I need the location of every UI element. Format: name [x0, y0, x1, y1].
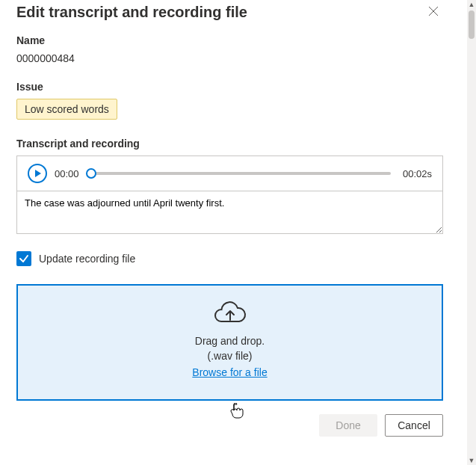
duration: 00:02s — [403, 168, 432, 179]
issue-tag: Low scored words — [16, 99, 117, 120]
vertical-scrollbar[interactable]: ▲ ▼ — [467, 0, 476, 465]
browse-file-link[interactable]: Browse for a file — [192, 366, 267, 378]
edit-transcript-dialog: Edit transcript and recording file Name … — [0, 0, 460, 450]
transcript-section-label: Transcript and recording — [16, 138, 443, 150]
dialog-footer: Done Cancel — [16, 414, 443, 437]
dialog-title: Edit transcript and recording file — [16, 4, 247, 21]
name-label: Name — [16, 34, 443, 46]
issue-label: Issue — [16, 81, 443, 93]
update-recording-row: Update recording file — [16, 251, 443, 266]
audio-player: 00:00 00:02s — [16, 155, 443, 191]
done-button[interactable]: Done — [319, 414, 377, 437]
dialog-header: Edit transcript and recording file — [16, 3, 443, 21]
update-recording-checkbox[interactable] — [16, 251, 31, 266]
scroll-down-arrow-icon[interactable]: ▼ — [467, 456, 476, 465]
file-dropzone[interactable]: Drag and drop. (.wav file) Browse for a … — [16, 284, 443, 401]
upload-cloud-icon — [25, 301, 434, 324]
seek-track[interactable] — [91, 172, 391, 175]
scrollbar-thumb[interactable] — [469, 10, 475, 39]
seek-thumb[interactable] — [86, 168, 96, 179]
dropzone-text-2: (.wav file) — [25, 350, 434, 362]
scroll-up-arrow-icon[interactable]: ▲ — [467, 0, 476, 9]
cancel-button[interactable]: Cancel — [385, 414, 443, 437]
play-icon — [35, 170, 41, 177]
dropzone-text-1: Drag and drop. — [25, 335, 434, 347]
transcript-textarea[interactable] — [16, 191, 443, 234]
close-icon[interactable] — [424, 3, 443, 21]
play-button[interactable] — [28, 164, 47, 183]
current-time: 00:00 — [55, 168, 79, 179]
name-value: 0000000484 — [16, 52, 443, 64]
update-recording-label: Update recording file — [39, 253, 135, 265]
